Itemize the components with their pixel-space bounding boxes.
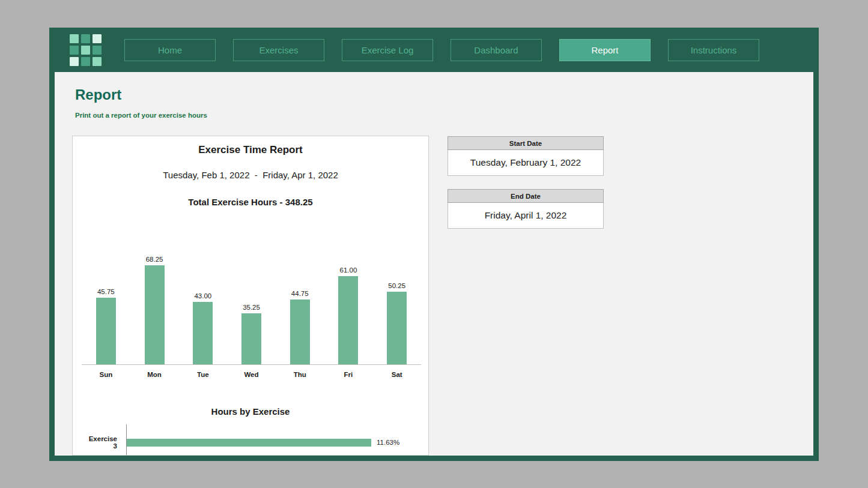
report-chart-title: Exercise Time Report (73, 144, 428, 156)
bar-value-label: 44.75 (291, 290, 309, 297)
report-total-hours: Total Exercise Hours - 348.25 (73, 197, 428, 207)
bar-slot-wed: 35.25 (227, 304, 276, 364)
bar-slot-mon: 68.25 (130, 256, 179, 364)
axis-label-mon: Mon (130, 365, 179, 378)
bar-mon (145, 265, 165, 364)
bar-sun (96, 298, 116, 364)
bar-thu (290, 300, 310, 364)
exercise-row-label: Exercise 3 (85, 435, 126, 450)
bar-fri (338, 276, 358, 364)
bar-slot-tue: 43.00 (178, 292, 227, 364)
bar-value-label: 35.25 (243, 304, 260, 311)
page-subtitle: Print out a report of your exercise hour… (75, 112, 207, 119)
nav-button-home[interactable]: Home (124, 39, 216, 61)
horizontal-bar-axis (126, 424, 371, 456)
nav-button-report[interactable]: Report (559, 39, 651, 61)
nav-button-exercises[interactable]: Exercises (233, 39, 324, 61)
logo-square (81, 34, 90, 43)
bar-value-label: 61.00 (340, 267, 357, 274)
exercise-3-value-label: 11.63% (377, 439, 399, 446)
logo-square (93, 57, 102, 66)
end-date-panel: End Date Friday, April 1, 2022 (448, 189, 604, 229)
app-window: HomeExercisesExercise LogDashboardReport… (49, 28, 819, 461)
axis-label-tue: Tue (178, 365, 227, 378)
bar-slot-fri: 61.00 (324, 267, 373, 364)
bar-value-label: 68.25 (146, 256, 163, 263)
logo-square (81, 46, 90, 55)
hours-by-exercise-row: Exercise 3 11.63% (85, 430, 422, 454)
hours-by-exercise-title: Hours by Exercise (73, 406, 428, 417)
logo-square (70, 57, 79, 66)
axis-label-thu: Thu (276, 365, 324, 378)
grid-logo-icon (70, 34, 102, 66)
start-date-header: Start Date (448, 136, 604, 150)
nav-button-instructions[interactable]: Instructions (668, 39, 759, 61)
top-navbar: HomeExercisesExercise LogDashboardReport… (49, 28, 819, 72)
page-title: Report (75, 86, 121, 103)
logo-square (81, 57, 90, 66)
bar-value-label: 45.75 (97, 288, 115, 295)
axis-label-wed: Wed (227, 365, 276, 378)
logo-square (70, 46, 79, 55)
axis-label-sun: Sun (82, 365, 130, 378)
logo-square (70, 34, 79, 43)
bar-value-label: 50.25 (388, 282, 405, 289)
bar-chart-category-axis: SunMonTueWedThuFriSat (82, 365, 421, 378)
bar-slot-sat: 50.25 (372, 282, 421, 364)
bar-sat (387, 292, 407, 364)
axis-label-fri: Fri (324, 365, 373, 378)
logo-square (93, 34, 102, 43)
end-date-header: End Date (448, 189, 604, 203)
report-chart-card: Exercise Time Report Tuesday, Feb 1, 202… (72, 136, 429, 456)
exercise-3-bar (127, 439, 371, 447)
bar-chart-plot-area: 45.7568.2543.0035.2544.7561.0050.25 (82, 254, 421, 365)
content-area: Report Print out a report of your exerci… (55, 72, 813, 456)
end-date-value[interactable]: Friday, April 1, 2022 (448, 203, 604, 229)
report-date-range: Tuesday, Feb 1, 2022 - Friday, Apr 1, 20… (73, 170, 428, 180)
start-date-panel: Start Date Tuesday, February 1, 2022 (448, 136, 604, 176)
bar-value-label: 43.00 (194, 292, 211, 300)
bar-tue (193, 302, 213, 364)
bar-wed (241, 313, 261, 364)
logo-square (93, 46, 102, 55)
nav-button-exercise-log[interactable]: Exercise Log (342, 39, 433, 61)
start-date-value[interactable]: Tuesday, February 1, 2022 (448, 150, 604, 176)
axis-label-sat: Sat (372, 365, 421, 378)
nav-tabs: HomeExercisesExercise LogDashboardReport… (124, 39, 759, 61)
bar-slot-thu: 44.75 (276, 290, 324, 364)
bar-slot-sun: 45.75 (82, 288, 130, 364)
nav-button-dashboard[interactable]: Dashboard (451, 39, 542, 61)
daily-hours-bar-chart: 45.7568.2543.0035.2544.7561.0050.25 SunM… (82, 254, 421, 378)
